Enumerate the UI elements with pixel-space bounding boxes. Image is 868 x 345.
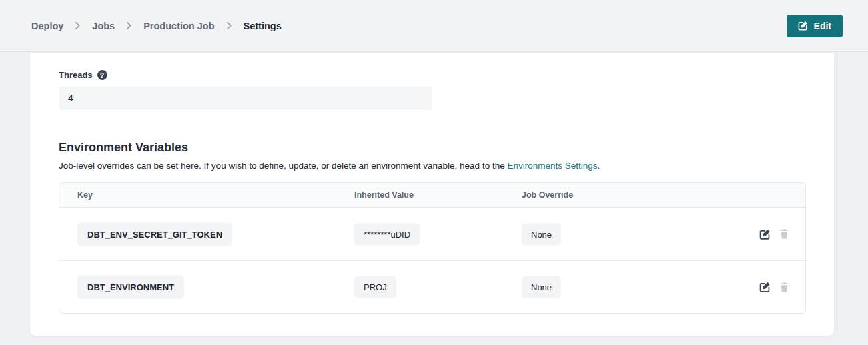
chevron-right-icon [227,22,232,29]
table-header-row: Key Inherited Value Job Override [59,183,805,208]
env-vars-description: Job-level overrides can be set here. If … [59,161,600,171]
inherited-value-chip: PROJ [354,276,396,298]
job-override-chip: None [522,276,561,298]
row-actions [759,282,789,293]
breadcrumb-item-jobs[interactable]: Jobs [92,21,115,31]
column-header-inherited-value: Inherited Value [354,190,414,200]
trash-icon[interactable] [779,229,789,240]
edit-button-label: Edit [814,21,831,31]
env-vars-title: Environment Variables [59,141,188,155]
pen-square-icon [798,21,808,31]
description-period: . [598,161,600,171]
column-header-key: Key [77,190,93,200]
column-header-job-override: Job Override [522,190,573,200]
trash-icon[interactable] [779,282,789,292]
table-row: DBT_ENVIRONMENT PROJ None [59,260,805,313]
env-key-chip: DBT_ENV_SECRET_GIT_TOKEN [77,222,232,246]
breadcrumb-item-settings: Settings [244,21,282,31]
top-bar: Deploy Jobs Production Job Settings Edit [0,0,868,52]
threads-label: Threads [59,70,93,80]
chevron-right-icon [127,22,131,29]
breadcrumb-item-production-job[interactable]: Production Job [143,21,214,31]
env-vars-table: Key Inherited Value Job Override DBT_ENV… [59,182,806,314]
question-circle-icon[interactable]: ? [97,70,107,80]
threads-input: 4 [59,87,432,110]
settings-card: Threads ? 4 Environment Variables Job-le… [30,53,834,336]
row-actions [759,228,789,240]
job-override-chip: None [522,223,561,245]
edit-row-icon[interactable] [759,282,771,293]
inherited-value-chip: ********uDID [354,223,420,245]
description-text: Job-level overrides can be set here. If … [59,161,507,171]
chevron-right-icon [75,22,80,29]
env-key-chip: DBT_ENVIRONMENT [77,276,184,299]
edit-row-icon[interactable] [759,228,771,240]
edit-button[interactable]: Edit [787,15,843,37]
environments-settings-link[interactable]: Environments Settings [507,161,597,171]
table-row: DBT_ENV_SECRET_GIT_TOKEN ********uDID No… [59,208,805,260]
breadcrumb-item-deploy[interactable]: Deploy [31,21,63,31]
breadcrumb: Deploy Jobs Production Job Settings [31,21,282,31]
